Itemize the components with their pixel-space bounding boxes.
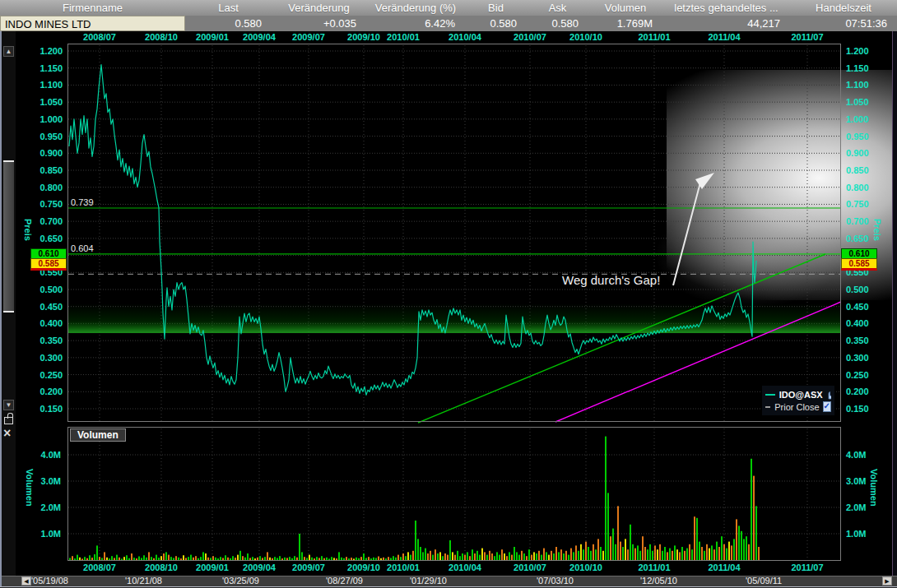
- volume-bar: [615, 544, 616, 560]
- column-header-ask[interactable]: Ask: [527, 0, 588, 16]
- quote-row: INDO MINES LTD 0.580 +0.035 6.42% 0.580 …: [0, 16, 897, 31]
- volume-value[interactable]: 1.769M: [588, 16, 662, 31]
- volume-bar: [338, 552, 340, 560]
- volume-bar: [538, 551, 540, 560]
- volume-bar: [227, 558, 229, 560]
- scroll-down-button[interactable]: ▼: [3, 400, 14, 410]
- column-header-firmenname[interactable]: Firmenname: [0, 0, 185, 16]
- window-edge-right[interactable]: [892, 31, 897, 576]
- volume-bar: [689, 544, 690, 560]
- price-chart[interactable]: [67, 44, 841, 424]
- column-header-volumen[interactable]: Volumen: [588, 0, 662, 16]
- volume-bar: [533, 552, 535, 560]
- trading-app-window: Firmenname Last Veränderung Veränderung …: [0, 0, 897, 588]
- volume-bar: [264, 557, 266, 560]
- quote-header-labels: Firmenname Last Veränderung Veränderung …: [0, 0, 897, 16]
- volume-panel-title: Volumen: [70, 428, 126, 442]
- bid-value[interactable]: 0.580: [465, 16, 527, 31]
- volume-bar: [242, 556, 244, 560]
- volume-bar: [501, 549, 503, 560]
- hand-cursor-icon[interactable]: [826, 390, 831, 400]
- volume-bar: [430, 551, 431, 560]
- prior-close-label: Prior Close: [774, 402, 819, 412]
- volume-bar: [435, 549, 436, 560]
- last-value[interactable]: 0.580: [185, 16, 272, 31]
- volume-bar: [143, 555, 145, 560]
- price-tick-label: 0.250: [40, 370, 63, 380]
- volume-bar: [593, 544, 594, 560]
- vertical-scroll-thumb[interactable]: [3, 160, 14, 313]
- scrollbar-date-label: '03/25/09: [222, 576, 259, 586]
- column-header-last[interactable]: Last: [185, 0, 272, 16]
- prior-close-checkbox[interactable]: ✓: [823, 401, 831, 412]
- volume-bar: [163, 553, 165, 560]
- scrollbar-date-label: '07/03/10: [537, 576, 574, 586]
- price-tick-label: 0.650: [846, 234, 869, 243]
- vertical-scrollbar[interactable]: ▲ ▼ ×: [2, 31, 16, 576]
- volume-bar: [657, 549, 658, 560]
- last-traded-volume-value[interactable]: 44,217: [662, 16, 790, 31]
- volume-bar: [185, 558, 187, 560]
- close-icon[interactable]: ×: [3, 428, 11, 439]
- volume-bar: [711, 545, 713, 560]
- volume-bar: [422, 552, 424, 560]
- column-header-bid[interactable]: Bid: [465, 0, 527, 16]
- date-label: 2011/04: [708, 32, 740, 42]
- volume-bar: [565, 551, 567, 560]
- trade-time-value[interactable]: 07:51:36: [790, 16, 897, 31]
- volume-bar: [309, 555, 310, 560]
- column-header-veraenderung[interactable]: Veränderung: [272, 0, 366, 16]
- volume-bar: [119, 558, 120, 560]
- volume-bar: [353, 558, 355, 560]
- scroll-left-button[interactable]: ◀: [21, 576, 31, 586]
- volume-bar: [721, 536, 723, 560]
- volume-bar: [605, 437, 607, 560]
- scroll-up-button[interactable]: ▲: [3, 46, 14, 57]
- date-label: 2011/01: [638, 563, 670, 572]
- volume-bar: [469, 556, 471, 560]
- volume-bar: [175, 556, 177, 560]
- volume-bar: [346, 557, 347, 560]
- volume-bar: [81, 558, 83, 560]
- volume-bar: [151, 557, 152, 560]
- gap-annotation-text[interactable]: Weg durch's Gap!: [562, 273, 660, 287]
- volume-bar: [706, 544, 708, 560]
- column-header-handelszeit[interactable]: Handelszeit: [790, 0, 897, 16]
- price-tick-label: 0.800: [846, 183, 869, 192]
- volume-chart[interactable]: [67, 427, 841, 561]
- volume-bar: [222, 558, 224, 560]
- volume-bar: [701, 547, 703, 560]
- support-band: [68, 303, 840, 333]
- volume-bar: [385, 558, 387, 560]
- volume-bar: [528, 549, 530, 560]
- symbol-name-field[interactable]: INDO MINES LTD: [0, 16, 185, 31]
- volume-bar: [205, 553, 207, 560]
- scroll-right-button[interactable]: ▶: [882, 576, 892, 586]
- volume-bar: [400, 557, 402, 560]
- volume-bar: [699, 542, 700, 560]
- volume-bar: [713, 549, 715, 560]
- volume-bar: [546, 552, 547, 560]
- volume-bar: [457, 551, 458, 560]
- date-label: 2009/07: [292, 563, 325, 572]
- price-axis-title-left: Preis: [23, 219, 33, 241]
- price-line[interactable]: [69, 65, 756, 396]
- volume-bar: [123, 557, 125, 560]
- change-pct-value[interactable]: 6.42%: [366, 16, 465, 31]
- volume-bar: [358, 558, 360, 560]
- column-header-veraenderung-pct[interactable]: Veränderung (%): [366, 0, 465, 16]
- ask-value[interactable]: 0.580: [527, 16, 588, 31]
- volume-bar: [158, 558, 160, 560]
- volume-bar: [543, 549, 545, 560]
- change-value[interactable]: +0.035: [272, 16, 366, 31]
- volume-bar: [116, 555, 118, 560]
- volume-bar: [516, 552, 518, 560]
- date-axis-top: 2008/072008/102009/012009/042009/072009/…: [0, 31, 897, 44]
- lock-icon[interactable]: [4, 417, 13, 424]
- annotation-arrow-head[interactable]: [695, 173, 714, 189]
- column-header-letztes-gehandeltes[interactable]: letztes gehandeltes ...: [662, 0, 790, 16]
- annotation-arrow-line[interactable]: [673, 183, 700, 285]
- price-tick-label: 0.350: [40, 336, 63, 345]
- gap-top-level-label: 0.739: [71, 197, 94, 207]
- price-tick-label: 1.000: [40, 114, 63, 124]
